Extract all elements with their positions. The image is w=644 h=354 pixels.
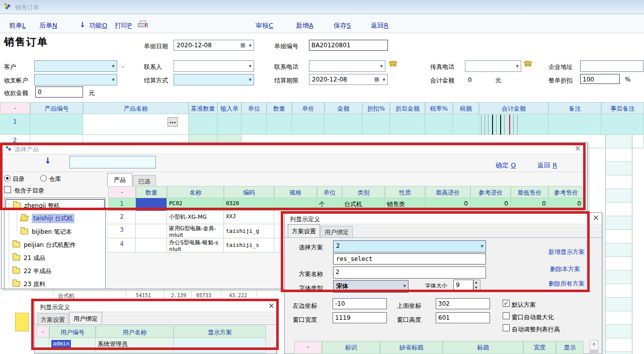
ld-row-display-plan[interactable]: [174, 338, 266, 353]
divider: [35, 324, 276, 325]
ld-col-display-plan: 显示方案: [174, 326, 266, 338]
user-id-selected-text: admin: [51, 340, 71, 347]
ld-col-sel: -: [36, 326, 49, 338]
ld-col-user-name: 用户名称: [96, 326, 174, 338]
sales-order-window: ◆ ◆ ◆ 销售订单 前单L 后单N ↓ 功能O 打印P 审核C 新增A 保存S…: [0, 0, 644, 354]
user-binding-titlebar[interactable]: 列显示定义: [35, 301, 276, 312]
ld-row-user-id[interactable]: admin: [49, 338, 96, 353]
column-define-left-layer: 列显示定义 × 方案设置 用户绑定 - 用户编号 用户名称 显示方案 admin…: [0, 0, 644, 354]
ld-row-sel[interactable]: [36, 338, 49, 353]
dialog-title: 列显示定义: [40, 303, 70, 312]
ld-col-user-id: 用户编号: [49, 326, 96, 338]
ld-row-user-name[interactable]: 系统管理员: [96, 338, 174, 353]
tab-user-binding[interactable]: 用户绑定: [69, 312, 102, 325]
close-icon[interactable]: ×: [268, 302, 275, 310]
tab-plan-settings[interactable]: 方案设置: [37, 313, 68, 325]
